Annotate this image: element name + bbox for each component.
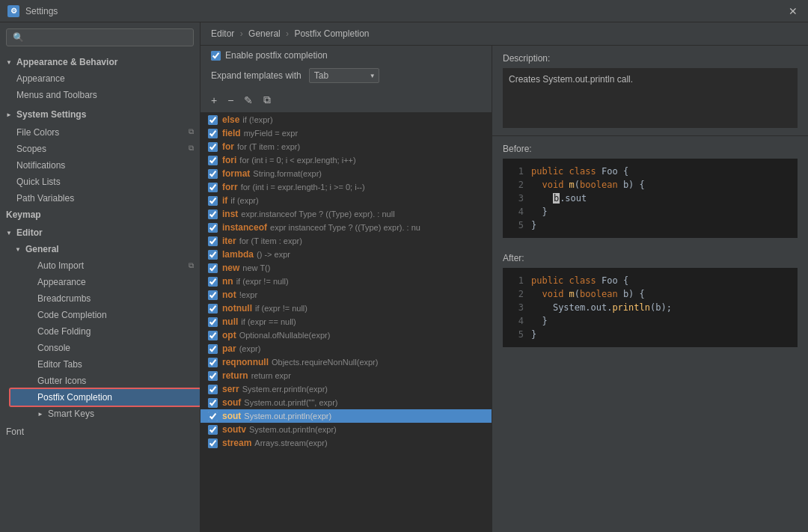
sidebar-group-system-settings[interactable]: System Settings [0,106,200,123]
sidebar-keymap[interactable]: Keymap [0,207,200,223]
list-item-return[interactable]: return return expr [201,369,492,382]
list-item-not-checkbox[interactable] [208,290,218,300]
list-item-instanceof[interactable]: instanceof expr instanceof Type ? ((Type… [201,221,492,234]
list-item-field[interactable]: field myField = expr [201,126,492,140]
list-item-else[interactable]: else if (!expr) [201,113,492,126]
sidebar-item-appearance[interactable]: Appearance [0,70,200,87]
after-code-box: 1 public class Foo { 2 void m(boolean b)… [503,268,798,347]
list-item-sout-checkbox[interactable] [208,412,218,421]
app-icon: ⚙ [7,5,19,17]
sidebar-item-path-variables[interactable]: Path Variables [0,190,200,207]
auto-import-icon: ⧉ [189,261,194,270]
sidebar-item-console[interactable]: Console [10,340,200,356]
list-item-for[interactable]: for for (T item : expr) [201,140,492,153]
window-title: Settings [25,6,786,16]
list-item-inst-checkbox[interactable] [208,210,218,219]
sidebar-item-scopes[interactable]: Scopes ⧉ [0,141,200,157]
list-item-souf[interactable]: souf System.out.printf("", expr) [201,396,492,409]
expand-select-wrapper[interactable]: Tab Enter Tab or Enter [309,68,379,83]
description-section: Description: Creates System.out.println … [492,46,808,136]
list-item-stream-checkbox[interactable] [208,438,218,448]
list-item-not[interactable]: not !expr [201,288,492,302]
sidebar-item-postfix-completion[interactable]: Postfix Completion [10,389,200,406]
sidebar-item-breadcrumbs[interactable]: Breadcrumbs [10,290,200,307]
list-item-opt[interactable]: opt Optional.ofNullable(expr) [201,328,492,342]
list-item-soutv-checkbox[interactable] [208,425,218,435]
list-item-fori[interactable]: fori for (int i = 0; i < expr.length; i+… [201,153,492,167]
list-item-if[interactable]: if if (expr) [201,194,492,207]
sidebar-group-general[interactable]: General [10,241,200,257]
sidebar-item-general-appearance[interactable]: Appearance [10,274,200,290]
list-item-field-checkbox[interactable] [208,129,218,138]
list-item-return-checkbox[interactable] [208,371,218,381]
list-item-reqnonnull-checkbox[interactable] [208,358,218,367]
list-items: else if (!expr) field myField = expr for… [201,113,492,532]
list-item-serr[interactable]: serr System.err.println(expr) [201,382,492,396]
before-title: Before: [503,144,798,154]
list-item-nn[interactable]: nn if (expr != null) [201,275,492,288]
list-item-forr[interactable]: forr for (int i = expr.length-1; i >= 0;… [201,180,492,194]
list-item-if-checkbox[interactable] [208,196,218,206]
list-item-forr-checkbox[interactable] [208,183,218,192]
list-item-soutv[interactable]: soutv System.out.println(expr) [201,423,492,436]
list-item-new[interactable]: new new T() [201,261,492,275]
search-box[interactable] [6,28,194,46]
sidebar-item-gutter-icons[interactable]: Gutter Icons [10,373,200,389]
list-item-iter-checkbox[interactable] [208,236,218,246]
expand-templates-select[interactable]: Tab Enter Tab or Enter [309,68,379,83]
close-button[interactable]: ✕ [786,4,801,19]
list-item-sout[interactable]: sout System.out.println(expr) [201,409,492,423]
after-line-3: 3 System.out.println(b); [510,301,790,314]
sidebar-item-smart-keys[interactable]: Smart Keys [10,406,200,422]
list-item-par[interactable]: par (expr) [201,342,492,355]
list-item-nn-checkbox[interactable] [208,277,218,287]
before-line-3: 3 b.sout [510,192,790,205]
scopes-icon: ⧉ [189,144,194,154]
list-item-par-checkbox[interactable] [208,344,218,354]
breadcrumb: Editor › General › Postfix Completion [201,22,808,46]
sidebar-group-appearance-behavior[interactable]: Appearance & Behavior [0,54,200,70]
description-title: Description: [503,53,798,64]
list-item-else-checkbox[interactable] [208,115,218,125]
list-item-format[interactable]: format String.format(expr) [201,167,492,180]
sidebar-item-file-colors[interactable]: File Colors ⧉ [0,124,200,141]
list-item-serr-checkbox[interactable] [208,385,218,394]
list-item-for-checkbox[interactable] [208,142,218,152]
sidebar-item-code-completion[interactable]: Code Completion [10,307,200,323]
list-item-new-checkbox[interactable] [208,263,218,273]
sidebar-item-code-folding[interactable]: Code Folding [10,323,200,340]
edit-button[interactable]: ✎ [241,93,256,108]
list-item-inst[interactable]: inst expr.instanceof Type ? ((Type) expr… [201,207,492,221]
enable-postfix-checkbox[interactable] [211,51,221,61]
list-item-lambda[interactable]: lambda () -> expr [201,248,492,261]
list-item-souf-checkbox[interactable] [208,398,218,408]
sidebar-item-editor-tabs[interactable]: Editor Tabs [10,356,200,373]
list-item-stream[interactable]: stream Arrays.stream(expr) [201,436,492,450]
sidebar-item-auto-import[interactable]: Auto Import ⧉ [10,257,200,274]
list-item-null[interactable]: null if (expr == null) [201,315,492,328]
search-input[interactable] [13,32,187,43]
list-item-instanceof-checkbox[interactable] [208,223,218,233]
list-item-notnull-checkbox[interactable] [208,304,218,314]
list-item-format-checkbox[interactable] [208,169,218,179]
expand-templates-row: Expand templates with Tab Enter Tab or E… [201,65,492,88]
list-item-opt-checkbox[interactable] [208,331,218,340]
sidebar-section-system-settings: System Settings [0,105,200,124]
sidebar-item-notifications[interactable]: Notifications [0,157,200,174]
list-item-fori-checkbox[interactable] [208,156,218,165]
sidebar-font[interactable]: Font [0,424,200,440]
copy-button[interactable]: ⧉ [260,92,274,108]
after-title: After: [503,253,798,263]
list-item-reqnonnull[interactable]: reqnonnull Objects.requireNonNull(expr) [201,355,492,369]
list-item-iter[interactable]: iter for (T item : expr) [201,234,492,248]
remove-button[interactable]: − [224,93,236,108]
list-item-null-checkbox[interactable] [208,317,218,327]
sidebar-group-editor[interactable]: Editor [0,224,200,241]
triangle-general [15,246,22,253]
list-item-lambda-checkbox[interactable] [208,250,218,260]
add-button[interactable]: + [208,93,220,108]
triangle-appearance-behavior [6,59,13,66]
sidebar-item-menus-toolbars[interactable]: Menus and Toolbars [0,87,200,103]
list-item-notnull[interactable]: notnull if (expr != null) [201,302,492,315]
sidebar-item-quick-lists[interactable]: Quick Lists [0,174,200,190]
